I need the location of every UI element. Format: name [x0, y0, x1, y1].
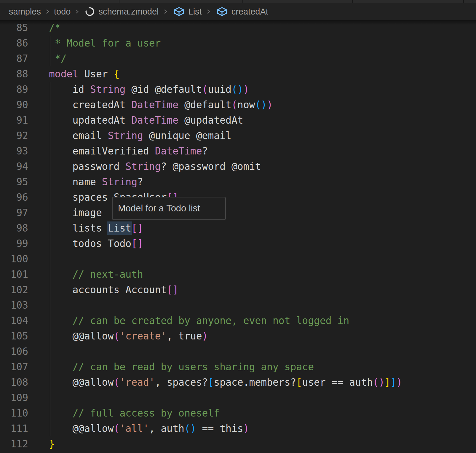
code-line: 87 */: [0, 51, 476, 66]
tab-divider: [119, 0, 119, 3]
code-line: 106: [0, 344, 476, 359]
code-line: 102 accounts Account[]: [0, 282, 476, 298]
code-line-content[interactable]: // can be read by users sharing any spac…: [28, 359, 476, 375]
line-number[interactable]: 89: [0, 82, 28, 97]
line-number[interactable]: 107: [0, 359, 28, 375]
code-line: 98 lists List[]: [0, 221, 476, 236]
line-number[interactable]: 96: [0, 190, 28, 205]
chevron-right-icon: [44, 8, 51, 15]
line-number[interactable]: 91: [0, 113, 28, 128]
chevron-right-icon: [162, 8, 169, 15]
editor-tab-strip[interactable]: [0, 0, 476, 3]
line-number[interactable]: 105: [0, 328, 28, 344]
code-line: 90 createdAt DateTime @default(now()): [0, 97, 476, 113]
line-number[interactable]: 99: [0, 236, 28, 251]
code-line: 110 // full access by oneself: [0, 406, 476, 421]
breadcrumb-item-createdat[interactable]: createdAt: [231, 7, 268, 17]
code-line: 94 password String? @password @omit: [0, 159, 476, 174]
code-line-content[interactable]: [28, 298, 476, 313]
line-number[interactable]: 104: [0, 313, 28, 328]
code-line: 96 spaces SpaceUser[]: [0, 190, 476, 205]
code-line-content[interactable]: lists List[]: [28, 221, 476, 236]
tab-divider: [242, 0, 243, 3]
code-line: 92 email String @unique @email: [0, 128, 476, 143]
line-number[interactable]: 98: [0, 221, 28, 236]
line-number[interactable]: 108: [0, 375, 28, 390]
code-line-content[interactable]: // can be created by anyone, even not lo…: [28, 313, 476, 328]
code-line-content[interactable]: id String @id @default(uuid()): [28, 82, 476, 97]
line-number[interactable]: 92: [0, 128, 28, 143]
code-line-content[interactable]: */: [28, 51, 476, 66]
code-line-content[interactable]: [28, 251, 476, 267]
line-number[interactable]: 97: [0, 205, 28, 221]
code-line: 86 * Model for a user: [0, 36, 476, 51]
model-cube-icon[interactable]: [215, 6, 229, 17]
code-line-content[interactable]: @@allow('create', true): [28, 328, 476, 344]
code-editor[interactable]: 85/*86 * Model for a user87 */88model Us…: [0, 20, 476, 453]
code-line-content[interactable]: @@allow('all', auth() == this): [28, 421, 476, 436]
line-number[interactable]: 102: [0, 282, 28, 298]
code-line-content[interactable]: name String?: [28, 174, 476, 190]
code-line: 108 @@allow('read', spaces?[space.member…: [0, 375, 476, 390]
code-line-content[interactable]: [28, 344, 476, 359]
line-number[interactable]: 93: [0, 143, 28, 159]
code-line-content[interactable]: * Model for a user: [28, 36, 476, 51]
line-number[interactable]: 100: [0, 251, 28, 267]
code-line-content[interactable]: // full access by oneself: [28, 406, 476, 421]
code-line-content[interactable]: image: [28, 205, 476, 221]
code-line: 109: [0, 390, 476, 406]
code-line: 95 name String?: [0, 174, 476, 190]
code-line: 111 @@allow('all', auth() == this): [0, 421, 476, 436]
breadcrumb: samples todo schema.zmodel List: [0, 3, 476, 20]
code-line-content[interactable]: }: [28, 436, 476, 452]
code-line: 107 // can be read by users sharing any …: [0, 359, 476, 375]
code-line: 99 todos Todo[]: [0, 236, 476, 251]
highlighted-word[interactable]: List: [108, 222, 131, 234]
line-number[interactable]: 101: [0, 267, 28, 282]
code-line: 85/*: [0, 20, 476, 36]
line-number[interactable]: 106: [0, 344, 28, 359]
code-line: 112}: [0, 436, 476, 452]
breadcrumb-item-todo[interactable]: todo: [54, 7, 71, 17]
code-line-content[interactable]: model User {: [28, 66, 476, 82]
code-line: 91 updatedAt DateTime @updatedAt: [0, 113, 476, 128]
code-line: 103: [0, 298, 476, 313]
line-number[interactable]: 88: [0, 66, 28, 82]
code-line-content[interactable]: [28, 390, 476, 406]
line-number[interactable]: 87: [0, 51, 28, 66]
code-line-content[interactable]: todos Todo[]: [28, 236, 476, 251]
code-line-content[interactable]: emailVerified DateTime?: [28, 143, 476, 159]
code-line-content[interactable]: email String @unique @email: [28, 128, 476, 143]
line-number[interactable]: 112: [0, 436, 28, 452]
code-line-content[interactable]: // next-auth: [28, 267, 476, 282]
indent-guide: [50, 82, 50, 436]
tab-divider: [463, 0, 464, 3]
code-line-content[interactable]: spaces SpaceUser[]: [28, 190, 476, 205]
line-number[interactable]: 85: [0, 20, 28, 36]
code-line: 104 // can be created by anyone, even no…: [0, 313, 476, 328]
line-number[interactable]: 103: [0, 298, 28, 313]
code-line-content[interactable]: updatedAt DateTime @updatedAt: [28, 113, 476, 128]
breadcrumb-item-schema-zmodel[interactable]: schema.zmodel: [98, 7, 159, 17]
code-line: 88model User {: [0, 66, 476, 82]
code-line-content[interactable]: password String? @password @omit: [28, 159, 476, 174]
code-line-content[interactable]: accounts Account[]: [28, 282, 476, 298]
loading-spinner-icon[interactable]: [84, 6, 95, 17]
code-line: 100: [0, 251, 476, 267]
line-number[interactable]: 110: [0, 406, 28, 421]
line-number[interactable]: 86: [0, 36, 28, 51]
line-number[interactable]: 94: [0, 159, 28, 174]
breadcrumb-item-list[interactable]: List: [189, 7, 202, 17]
code-line-content[interactable]: /*: [28, 20, 476, 36]
code-line-content[interactable]: createdAt DateTime @default(now()): [28, 97, 476, 113]
code-line-content[interactable]: @@allow('read', spaces?[space.members?[u…: [28, 375, 476, 390]
line-number[interactable]: 109: [0, 390, 28, 406]
model-cube-icon[interactable]: [172, 6, 186, 17]
line-number[interactable]: 90: [0, 97, 28, 113]
breadcrumb-item-samples[interactable]: samples: [9, 7, 41, 17]
line-number[interactable]: 111: [0, 421, 28, 436]
hover-tooltip: Model for a Todo list: [112, 197, 226, 220]
chevron-right-icon: [74, 8, 81, 15]
line-number[interactable]: 95: [0, 174, 28, 190]
code-line: 105 @@allow('create', true): [0, 328, 476, 344]
